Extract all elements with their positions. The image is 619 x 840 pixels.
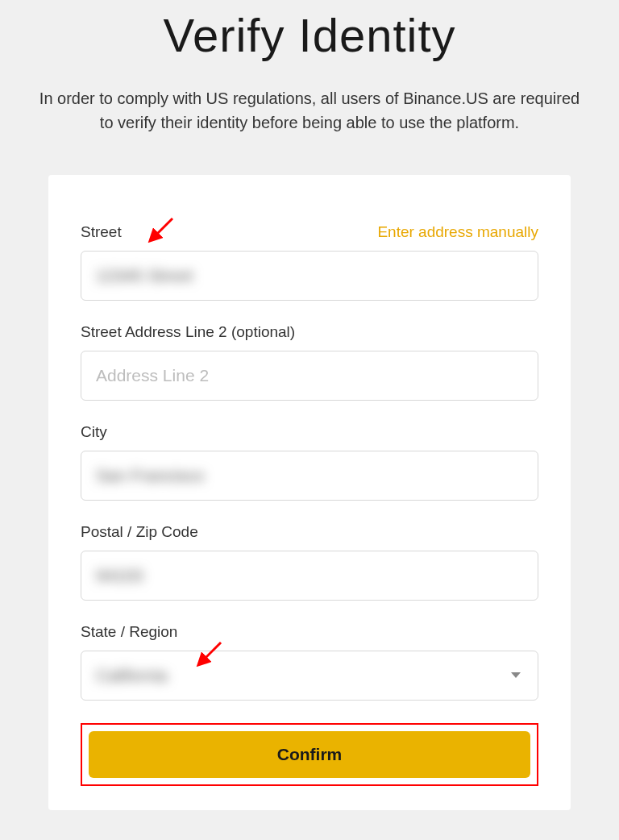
state-field-group: State / Region California (81, 623, 538, 701)
city-field-group: City San Francisco (81, 423, 538, 501)
street-label: Street (81, 223, 122, 241)
state-select[interactable]: California (81, 651, 538, 701)
page-title: Verify Identity (0, 8, 619, 62)
chevron-down-icon (510, 672, 521, 680)
street2-text-field[interactable] (96, 351, 523, 400)
state-value: California (96, 666, 168, 685)
address-form-card: Street Enter address manually 12345 Stre… (48, 175, 571, 810)
postal-value: 94103 (96, 566, 143, 585)
page-subtitle: In order to comply with US regulations, … (32, 86, 587, 135)
confirm-highlight-box: Confirm (81, 723, 538, 786)
street2-label: Street Address Line 2 (optional) (81, 323, 295, 341)
postal-label: Postal / Zip Code (81, 523, 198, 541)
street-value: 12345 Street (96, 266, 193, 285)
state-label: State / Region (81, 623, 177, 641)
street-input[interactable]: 12345 Street (81, 251, 538, 301)
confirm-button[interactable]: Confirm (89, 731, 530, 778)
postal-input[interactable]: 94103 (81, 551, 538, 601)
city-value: San Francisco (96, 466, 204, 485)
city-input[interactable]: San Francisco (81, 451, 538, 501)
postal-field-group: Postal / Zip Code 94103 (81, 523, 538, 601)
city-label: City (81, 423, 107, 441)
street-field-group: Street Enter address manually 12345 Stre… (81, 223, 538, 301)
enter-manually-link[interactable]: Enter address manually (377, 223, 538, 241)
street2-input[interactable] (81, 351, 538, 401)
street2-field-group: Street Address Line 2 (optional) (81, 323, 538, 401)
